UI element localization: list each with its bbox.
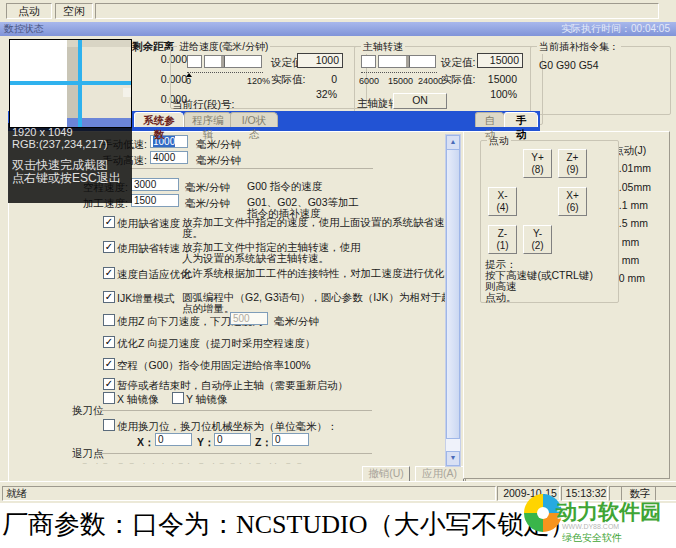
- manual-high-field[interactable]: 4000: [150, 151, 188, 164]
- feed-slider[interactable]: [204, 55, 262, 68]
- params-scrollbar[interactable]: ▲ ▼: [445, 134, 461, 467]
- ready-status: 就绪: [2, 486, 496, 501]
- jog-y-minus-button[interactable]: Y-(2): [523, 225, 552, 254]
- retract-divider: [98, 453, 372, 454]
- jog-x-minus-button[interactable]: X-(4): [488, 187, 517, 216]
- ijk-mode-label: IJK增量模式: [117, 292, 174, 306]
- mirror-y-checkbox[interactable]: [172, 392, 184, 404]
- nc-status-title: 数控状态: [4, 22, 44, 36]
- machining-speed-field[interactable]: 1500: [131, 194, 179, 207]
- watermark-url: WWW.DY88.COM: [562, 523, 619, 530]
- capture-preview: [9, 39, 132, 128]
- tab-system-params[interactable]: 系统参数: [134, 112, 184, 127]
- mirror-x-label: X 轴镜像: [117, 393, 158, 407]
- tab-io-status[interactable]: I/O状态: [230, 112, 278, 127]
- spindle-slider-low[interactable]: [361, 55, 376, 68]
- undo-button[interactable]: 撤销(U): [362, 466, 410, 482]
- pause-stop-spindle-checkbox[interactable]: [103, 378, 115, 390]
- apply-button[interactable]: 应用(A): [415, 466, 464, 482]
- jog-group: 点动 Y+(8) Z+(9) X-(4) X+(6) Z-(1) Y-(2) 提…: [480, 140, 619, 303]
- capture-rgb: RGB:(237,234,217): [12, 138, 128, 150]
- scroll-up-icon[interactable]: ▲: [446, 135, 460, 150]
- preview-white-chip: [123, 88, 131, 98]
- state-indicator: 空闲: [55, 3, 93, 19]
- adaptive-speed-checkbox[interactable]: [103, 267, 115, 279]
- spindle-on-button[interactable]: ON: [393, 93, 447, 109]
- gcode-value: G0 G90 G54: [539, 59, 599, 71]
- tc-x-label: X：: [137, 436, 155, 450]
- jog-x-plus-button[interactable]: X+(6): [558, 187, 587, 216]
- application-window: 点动 空闲 数控状态 实际执行时间：00:04:05 剩余距离 0.000 0.…: [0, 0, 676, 502]
- feed-set-value[interactable]: 1000: [297, 53, 343, 68]
- z-lift-label: 优化Z 向提刀速度（提刀时采用空程速度）: [117, 337, 315, 351]
- adaptive-speed-desc: 允许系统根据加工工件的连接特性，对加工速度进行优化。: [182, 268, 455, 279]
- jog-hint: 提示： 按下高速键(或CTRL键)则高速 点动。: [485, 259, 599, 303]
- tool-change-section-label: 换刀位: [72, 404, 104, 418]
- default-speed-desc: 放弃加工文件中指定的速度，使用上面设置的系统缺省速 度。: [182, 217, 445, 238]
- nc-status-titlebar: 数控状态 实际执行时间：00:04:05: [0, 22, 676, 36]
- tab-manual[interactable]: 手动: [504, 112, 538, 127]
- feed-slider-low[interactable]: [187, 55, 202, 68]
- tool-change-divider: [100, 410, 372, 411]
- capture-tooltip: 1920 x 1049 RGB:(237,234,217) 双击快速完成截图 点…: [8, 123, 132, 203]
- rapid-speed-field[interactable]: 3000: [131, 178, 179, 191]
- spindle-title: 主轴转速: [361, 40, 405, 54]
- default-spindle-label: 使用缺省转速: [117, 242, 180, 256]
- spindle-percent: 100%: [481, 88, 517, 100]
- tc-y-field[interactable]: 0: [214, 433, 251, 446]
- jog-z-plus-button[interactable]: Z+(9): [558, 149, 587, 178]
- toolbar-message-area: [95, 3, 659, 19]
- crosshair-horizontal: [10, 81, 131, 85]
- gcode-group: 当前插补指令集： G0 G90 G54: [530, 46, 671, 115]
- tab-auto[interactable]: 自动: [475, 112, 505, 127]
- tab-program-edit[interactable]: 程序编辑: [184, 112, 232, 127]
- feed-ticks: [187, 72, 263, 74]
- manual-high-unit: 毫米/分钟: [196, 154, 241, 168]
- spindle-set-label: 设定值:: [441, 56, 475, 70]
- crosshair-vertical: [78, 40, 82, 127]
- divider: [130, 168, 373, 169]
- jog-y-plus-button[interactable]: Y+(8): [523, 149, 552, 178]
- top-toolbar: 点动 空闲: [0, 0, 676, 22]
- gcode-title: 当前插补指令集：: [537, 40, 621, 54]
- z-down-field: 500: [230, 312, 268, 325]
- spindle-ticks: [361, 72, 437, 74]
- machining-speed-desc: G01、G02、G03等加工 指令的插补速度: [247, 197, 359, 218]
- default-spindle-checkbox[interactable]: [103, 241, 115, 253]
- spindle-tick-1: 6000: [359, 76, 379, 86]
- default-spindle-desc: 放弃加工文件中指定的主轴转速，使用 人为设置的系统缺省主轴转速。: [182, 242, 361, 263]
- default-speed-checkbox[interactable]: [103, 216, 115, 228]
- jog-z-minus-button[interactable]: Z-(1): [488, 225, 517, 254]
- tool-change-checkbox[interactable]: [103, 419, 115, 431]
- z-lift-checkbox[interactable]: [103, 336, 115, 348]
- z-down-unit: 毫米/分钟: [274, 315, 319, 329]
- mode-indicator[interactable]: 点动: [6, 3, 52, 19]
- capture-hint-2: 点右键或按ESC退出: [12, 172, 128, 185]
- adaptive-speed-label: 速度自适应优化: [117, 268, 191, 282]
- remaining-distance-label: 剩余距离: [132, 40, 174, 54]
- mirror-x-checkbox[interactable]: [103, 392, 115, 404]
- feed-percent: 32%: [301, 88, 337, 100]
- feed-rate-title: 进给速度(毫米/分钟): [177, 40, 270, 54]
- tool-change-label: 使用换刀位，换刀位机械坐标为（单位毫米）：: [117, 420, 338, 434]
- tc-x-field[interactable]: 0: [155, 433, 192, 446]
- preview-top-row: [67, 40, 131, 47]
- mirror-y-label: Y 轴镜像: [186, 393, 227, 407]
- ijk-mode-desc: 圆弧编程中（G2, G3语句），圆心参数（IJK）为相对于起 点的增量。: [182, 292, 452, 313]
- step-001-label: 0.01mm: [613, 162, 651, 174]
- spindle-actual-value: 15000: [481, 73, 517, 85]
- spindle-set-value[interactable]: 15000: [477, 53, 523, 68]
- retract-ghost-text: － ·－ －－ · · · ·－· － ·－－· ·－ ·· －－: [80, 457, 305, 470]
- ijk-mode-checkbox[interactable]: [103, 291, 115, 303]
- g00-override-checkbox[interactable]: [103, 358, 115, 370]
- scroll-down-icon[interactable]: ▼: [446, 451, 460, 466]
- tc-z-label: Z：: [255, 436, 272, 450]
- scrollbar-thumb[interactable]: [446, 149, 460, 439]
- current-line-label: 当前行(段)号:: [172, 98, 234, 112]
- spindle-tick-2: 15000: [388, 76, 413, 86]
- z-down-checkbox[interactable]: [103, 314, 115, 326]
- tc-z-field[interactable]: 0: [272, 433, 309, 446]
- spindle-slider[interactable]: [378, 55, 436, 68]
- machining-speed-unit: 毫米/分钟: [185, 197, 230, 211]
- preview-blue-strip: [67, 118, 131, 127]
